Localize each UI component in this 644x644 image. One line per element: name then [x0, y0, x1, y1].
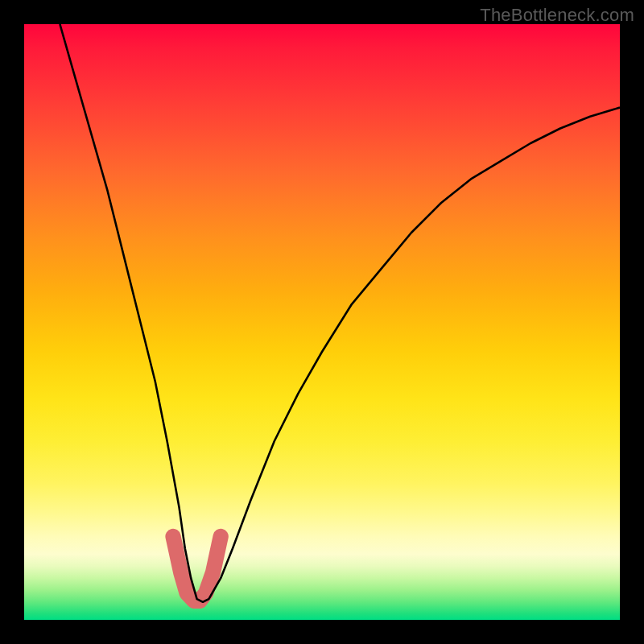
watermark-text: TheBottleneck.com — [480, 5, 634, 26]
curve-overlay — [24, 24, 620, 620]
v-curve — [60, 24, 620, 602]
